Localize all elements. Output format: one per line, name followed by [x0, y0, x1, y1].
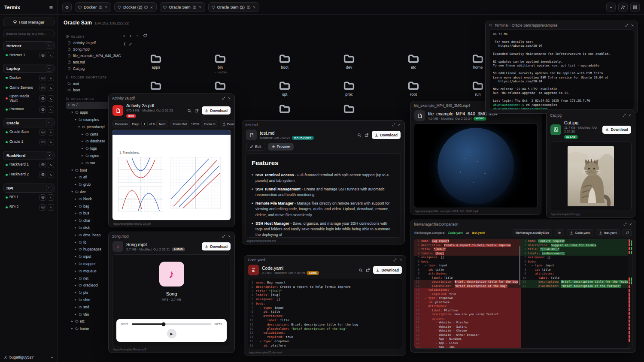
host-game-servers[interactable]: Game Servers — [3, 83, 55, 93]
close-icon[interactable] — [628, 114, 632, 117]
scrollbar[interactable] — [519, 246, 520, 285]
recent-file-file-example-mp4-640-3mg[interactable]: file_example_MP4_640_3MG... — [66, 52, 122, 59]
grid-item-proc[interactable]: proc — [325, 80, 373, 97]
edit-button[interactable]: Edit — [246, 143, 265, 151]
grid-item-boot[interactable]: boot — [261, 53, 308, 74]
share-icon[interactable] — [365, 133, 369, 137]
diff-window[interactable]: fileManager:fileComparison fileManager.c… — [410, 220, 636, 353]
share-icon[interactable] — [366, 268, 370, 272]
window-titlebar[interactable]: Code.yaml — [244, 256, 406, 264]
file-manager-button[interactable] — [39, 139, 46, 145]
toggle-view-button[interactable] — [555, 229, 564, 236]
host-oracle-1[interactable]: Oracle 1 — [3, 137, 55, 147]
terminal-button[interactable] — [48, 194, 54, 201]
markdown-window[interactable]: test.md test.md Modified: Oct 2 02:27 MA… — [242, 120, 405, 244]
maximize-icon[interactable] — [623, 114, 626, 117]
split-tab-icon[interactable] — [247, 6, 250, 9]
compare-left-file[interactable]: Code.yaml — [448, 231, 463, 235]
grid-item-opt[interactable]: opt — [261, 80, 308, 97]
terminal-button[interactable] — [48, 162, 54, 168]
maximize-icon[interactable] — [625, 24, 629, 27]
terminal-button[interactable] — [48, 129, 54, 136]
chevron-down-icon[interactable] — [46, 42, 52, 49]
file-manager-button[interactable] — [39, 162, 46, 168]
diff-left-pane[interactable]: 1name: Bug report2description: Create a … — [414, 239, 521, 348]
shortcut-mnt[interactable]: mnt — [66, 80, 122, 87]
download-button[interactable]: Download — [373, 266, 402, 274]
terminal-button[interactable] — [48, 75, 54, 81]
refresh-icon[interactable] — [143, 33, 147, 38]
host-racknerd-1[interactable]: RackNerd 1 — [3, 160, 55, 170]
download-right-button[interactable]: test.yaml — [596, 229, 620, 236]
recent-file-test-md[interactable]: test.md — [66, 59, 122, 65]
tab-oracle-sam[interactable]: Oracle Sam — [160, 2, 205, 12]
compare-right-file[interactable]: test.yaml — [472, 231, 485, 235]
shortcut-boot[interactable]: boot — [66, 87, 122, 93]
zoom-out-button[interactable]: Zoom Out — [170, 121, 189, 127]
grid-item-etc[interactable]: etc — [390, 53, 437, 74]
file-manager-button[interactable] — [39, 84, 46, 91]
download-button[interactable]: Download — [602, 126, 631, 134]
video-player[interactable] — [414, 124, 538, 208]
collapse-button[interactable] — [606, 3, 616, 12]
download-button[interactable]: Download — [202, 242, 231, 250]
terminal-button[interactable] — [48, 172, 54, 178]
window-titlebar[interactable]: Activity 2a.pdf — [109, 94, 234, 102]
close-icon[interactable] — [228, 97, 231, 100]
grid-item-folder[interactable] — [325, 103, 373, 115]
search-icon[interactable] — [187, 109, 191, 113]
host-oracle-sam[interactable]: Oracle Sam — [3, 127, 55, 137]
window-titlebar[interactable]: Terminal · Oracle Sam:/apps/examples — [486, 21, 638, 29]
zoom-in-button[interactable]: Zoom In — [201, 121, 218, 127]
host-group-hetzner[interactable]: Hetzner — [3, 41, 55, 50]
tab-docker[interactable]: Docker — [75, 2, 111, 12]
terminal-button[interactable] — [48, 204, 54, 211]
close-tab-icon[interactable] — [150, 6, 153, 9]
audio-window[interactable]: Song.mp3 ♪ Song.mp3 2.7 MB · Modified: O… — [108, 232, 235, 353]
chevron-up-icon[interactable] — [50, 356, 54, 359]
maximize-icon[interactable] — [222, 235, 225, 238]
file-manager-button[interactable] — [39, 75, 46, 81]
swap-icon[interactable] — [466, 231, 469, 235]
diff-minimap[interactable] — [628, 239, 632, 348]
close-icon[interactable] — [631, 24, 634, 27]
chevron-down-icon[interactable] — [46, 185, 52, 191]
edit-path-icon[interactable] — [129, 42, 132, 46]
tab-docker-2[interactable]: Docker (2) — [114, 2, 157, 12]
host-manager-button[interactable]: Host Manager — [3, 18, 55, 26]
forward-button[interactable]: › — [130, 33, 131, 39]
diff-view[interactable]: 1name: Bug report2description: Create a … — [414, 239, 632, 349]
file-manager-button[interactable] — [39, 194, 46, 201]
code-editor[interactable]: 1name: Bug report2description: Create a … — [248, 278, 402, 349]
seek-thumb[interactable] — [161, 322, 165, 326]
menu-icon[interactable] — [49, 5, 53, 9]
terminal-button[interactable] — [48, 139, 54, 145]
host-group-racknerd[interactable]: RackNerd — [3, 151, 55, 160]
split-tab-icon[interactable] — [193, 6, 196, 9]
search-icon[interactable] — [357, 133, 361, 137]
maximize-icon[interactable] — [393, 258, 397, 262]
terminal-window[interactable]: Terminal · Oracle Sam:/apps/examples on … — [485, 21, 638, 114]
recent-file-cat-jpg[interactable]: Cat.jpg — [66, 65, 122, 72]
host-group-oracle[interactable]: Oracle — [3, 118, 55, 127]
add-user-button[interactable] — [618, 3, 628, 12]
window-titlebar[interactable]: Song.mp3 — [109, 232, 234, 240]
tab-oracle-sam-2[interactable]: Oracle Sam (2) — [208, 2, 259, 12]
file-manager-button[interactable] — [39, 129, 46, 136]
grid-item-apps[interactable]: apps — [132, 53, 179, 74]
window-titlebar[interactable]: fileManager:fileComparison — [410, 220, 636, 228]
grid-item-folder[interactable] — [261, 103, 308, 115]
split-tab-icon[interactable] — [144, 6, 148, 9]
close-tab-icon[interactable] — [252, 6, 256, 9]
search-icon[interactable] — [358, 268, 363, 272]
next-page-button[interactable]: Next — [156, 121, 168, 127]
pdf-download-button[interactable]: Download — [220, 121, 234, 127]
terminal-button[interactable] — [48, 106, 54, 113]
sidebar-footer[interactable]: bugattiguy527 — [0, 352, 58, 362]
close-icon[interactable] — [398, 123, 401, 127]
host-group-laptop[interactable]: Laptop — [3, 64, 55, 73]
file-manager-button[interactable] — [39, 106, 46, 113]
refresh-diff-button[interactable] — [623, 229, 632, 236]
terminal-output[interactable]: on 31 Ma For more details see: https://u… — [489, 29, 634, 110]
home-button[interactable] — [62, 3, 72, 12]
